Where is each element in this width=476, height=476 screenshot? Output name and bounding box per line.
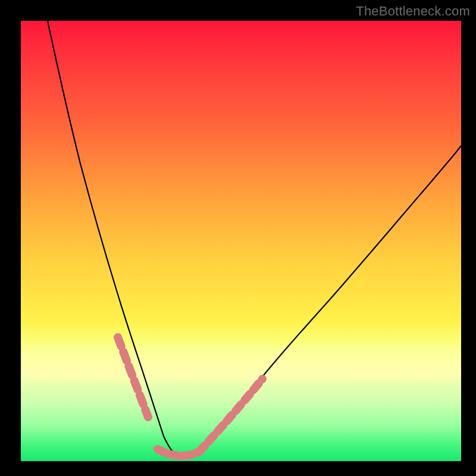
chart-frame: TheBottleneck.com — [0, 0, 476, 476]
watermark-text: TheBottleneck.com — [356, 4, 470, 19]
plot-area — [21, 21, 461, 461]
